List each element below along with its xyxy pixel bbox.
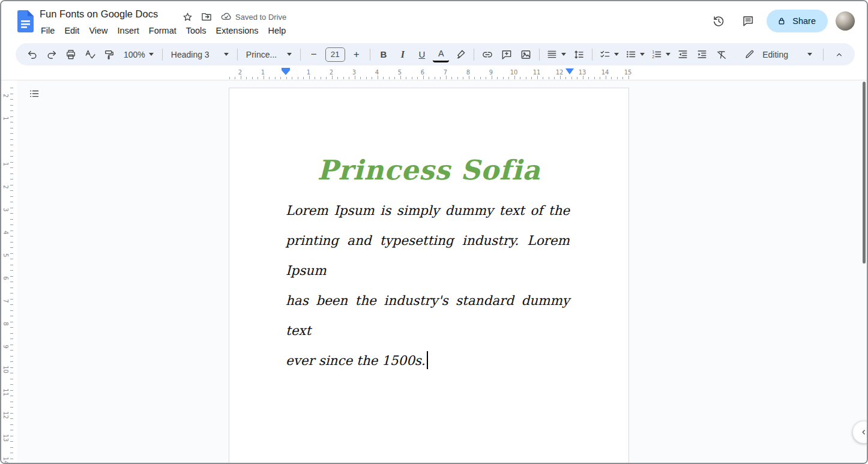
numbered-list-button[interactable]: 12 xyxy=(649,46,672,62)
h-ruler-label: 1 xyxy=(307,69,310,76)
chevron-down-icon xyxy=(614,53,619,56)
h-ruler-label: 8 xyxy=(466,69,470,76)
chevron-down-icon xyxy=(640,53,645,56)
share-button[interactable]: Share xyxy=(767,10,828,32)
document-outline-icon[interactable] xyxy=(26,85,43,102)
text-cursor xyxy=(427,351,428,369)
align-button[interactable] xyxy=(544,46,567,62)
divider xyxy=(823,49,824,61)
collapse-side-panel-button[interactable] xyxy=(852,421,868,444)
paint-format-button[interactable] xyxy=(101,46,118,62)
insert-image-button[interactable] xyxy=(517,46,534,62)
spellcheck-button[interactable] xyxy=(82,46,98,62)
doc-text-line[interactable]: has been the industry's standard dummy t… xyxy=(286,286,570,346)
v-ruler-label: 5 xyxy=(2,252,9,260)
bulleted-list-button[interactable] xyxy=(623,46,646,62)
insert-link-button[interactable] xyxy=(479,46,495,62)
h-ruler-label: 1 xyxy=(261,69,265,76)
style-value: Heading 3 xyxy=(171,50,209,59)
h-ruler-label: 6 xyxy=(421,69,424,76)
cloud-saved-icon[interactable] xyxy=(220,11,232,23)
doc-text-line[interactable]: Lorem Ipsum is simply dummy text of the xyxy=(286,196,570,226)
underline-button[interactable]: U xyxy=(414,46,430,62)
h-ruler-label: 14 xyxy=(601,69,609,76)
menu-tools[interactable]: Tools xyxy=(181,24,211,37)
header: Fun Fonts on Google Docs Saved to Drive … xyxy=(1,1,867,42)
print-button[interactable] xyxy=(63,46,79,62)
paragraph-style-select[interactable]: Heading 3 xyxy=(166,46,234,62)
menu-file[interactable]: File xyxy=(36,24,59,37)
menu-edit[interactable]: Edit xyxy=(59,24,84,37)
vertical-scrollbar[interactable] xyxy=(863,82,866,264)
clear-formatting-button[interactable] xyxy=(713,46,729,62)
font-size-input[interactable]: 21 xyxy=(325,47,345,62)
collapse-toolbar-button[interactable] xyxy=(831,46,848,62)
text-color-button[interactable]: A xyxy=(433,46,449,62)
chevron-left-icon xyxy=(858,427,868,438)
divider xyxy=(370,49,370,61)
document-page[interactable]: Princess Sofia Lorem Ipsum is simply dum… xyxy=(229,88,629,464)
line-spacing-button[interactable] xyxy=(570,46,586,62)
star-icon[interactable] xyxy=(181,11,193,23)
v-ruler-label: 3 xyxy=(2,206,9,214)
menu-help[interactable]: Help xyxy=(264,24,291,37)
h-ruler-label: 4 xyxy=(375,69,379,76)
comments-icon[interactable] xyxy=(737,10,759,32)
v-ruler-label: 2 xyxy=(2,92,9,100)
horizontal-ruler[interactable]: 21123456789101112131415 xyxy=(1,68,867,80)
document-body[interactable]: Lorem Ipsum is simply dummy text of thep… xyxy=(286,196,570,376)
left-indent-marker[interactable] xyxy=(282,70,290,75)
document-heading[interactable]: Princess Sofia xyxy=(229,154,628,186)
svg-text:1: 1 xyxy=(652,50,654,54)
editing-mode-select[interactable]: Editing xyxy=(739,46,817,62)
chevron-down-icon xyxy=(149,53,154,56)
menu-insert[interactable]: Insert xyxy=(113,24,144,37)
menu-format[interactable]: Format xyxy=(144,24,181,37)
divider xyxy=(592,49,592,61)
h-ruler-label: 3 xyxy=(352,69,356,76)
doc-text-line[interactable]: printing and typesetting industry. Lorem… xyxy=(286,226,570,286)
bold-button[interactable]: B xyxy=(375,46,391,62)
divider xyxy=(300,49,301,61)
document-title[interactable]: Fun Fonts on Google Docs xyxy=(40,8,158,20)
vertical-ruler[interactable]: 211234567891011121314 xyxy=(1,80,17,464)
chevron-down-icon xyxy=(287,53,292,56)
increase-indent-button[interactable] xyxy=(694,46,710,62)
v-ruler-label: 11 xyxy=(2,388,9,397)
decrease-font-size-button[interactable]: − xyxy=(306,46,322,62)
font-value: Prince... xyxy=(246,50,277,59)
saved-status[interactable]: Saved to Drive xyxy=(235,13,286,22)
google-docs-logo-icon[interactable] xyxy=(17,10,34,32)
chevron-down-icon xyxy=(807,53,812,56)
font-select[interactable]: Prince... xyxy=(241,46,297,62)
svg-text:2: 2 xyxy=(652,55,654,59)
header-right-controls: Share xyxy=(708,10,855,32)
zoom-select[interactable]: 100% xyxy=(119,46,158,62)
lock-icon xyxy=(776,16,787,26)
italic-button[interactable]: I xyxy=(394,46,411,62)
divider xyxy=(162,49,163,61)
redo-button[interactable] xyxy=(44,46,60,62)
checklist-button[interactable] xyxy=(597,46,620,62)
increase-font-size-button[interactable]: + xyxy=(348,46,364,62)
add-comment-button[interactable] xyxy=(498,46,514,62)
v-ruler-label: 6 xyxy=(2,274,9,283)
right-indent-marker[interactable] xyxy=(565,68,574,74)
h-ruler-label: 13 xyxy=(579,69,586,76)
doc-text-line[interactable]: ever since the 1500s. xyxy=(286,346,570,376)
menu-bar: FileEditViewInsertFormatToolsExtensionsH… xyxy=(36,24,291,37)
account-avatar[interactable] xyxy=(836,11,855,31)
mode-label: Editing xyxy=(762,50,788,59)
menu-extensions[interactable]: Extensions xyxy=(211,24,264,37)
decrease-indent-button[interactable] xyxy=(675,46,691,62)
document-canvas: 211234567891011121314 Princess Sofia Lor… xyxy=(1,80,867,464)
chevron-down-icon xyxy=(224,53,229,56)
h-ruler-label: 7 xyxy=(444,69,447,76)
undo-button[interactable] xyxy=(25,46,41,62)
toolbar: 100% Heading 3 Prince... − 21 + B I U A xyxy=(16,43,855,65)
v-ruler-label: 12 xyxy=(2,411,9,420)
move-folder-icon[interactable] xyxy=(200,11,212,23)
version-history-icon[interactable] xyxy=(708,10,729,32)
menu-view[interactable]: View xyxy=(84,24,112,37)
highlight-color-button[interactable] xyxy=(452,46,468,62)
